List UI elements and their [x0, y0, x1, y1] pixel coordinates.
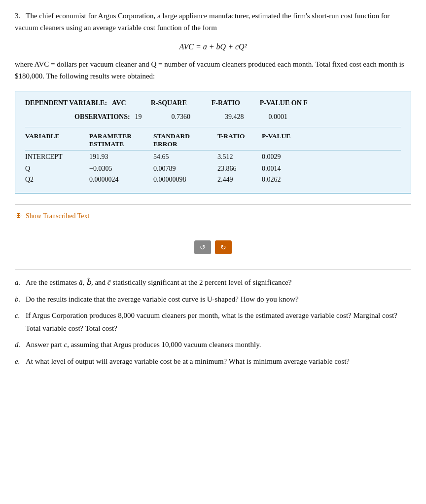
col-header-tratio: T-RATIO: [217, 132, 262, 148]
stats-table: DEPENDENT VARIABLE: AVC R-SQUARE F-RATIO…: [15, 91, 411, 194]
row-q2-param: 0.0000024: [89, 176, 153, 184]
col-header-stderr: STANDARD ERROR: [153, 132, 217, 148]
row-q2-tratio: 2.449: [217, 176, 262, 184]
eye-icon: 👁: [15, 212, 23, 221]
row-q2-pvalue: 0.0262: [262, 176, 306, 184]
row-q-variable: Q: [25, 165, 89, 173]
show-transcribed-label: Show Transcribed Text: [26, 212, 89, 220]
q-label-c: c.: [15, 310, 24, 335]
q-label-d: d.: [15, 339, 24, 351]
rsquare-value: 0.7360: [172, 113, 191, 121]
row-q2-variable: Q2: [25, 176, 89, 184]
undo-button[interactable]: ↺: [194, 240, 211, 254]
question-d: d. Answer part c, assuming that Argus pr…: [15, 339, 411, 351]
question-number: 3.: [15, 12, 20, 20]
row-q-param: −0.0305: [89, 165, 153, 173]
q-text-d: Answer part c, assuming that Argus produ…: [26, 339, 411, 351]
question-a: a. Are the estimates â, b̂, and ĉ statis…: [15, 276, 411, 289]
row-intercept-tratio: 3.512: [217, 153, 262, 161]
question-container: 3. The chief economist for Argus Corpora…: [15, 10, 411, 368]
row-q-tratio: 23.866: [217, 165, 262, 173]
question-text-intro: The chief economist for Argus Corporatio…: [15, 12, 390, 32]
col-header-variable: VARIABLE: [25, 132, 89, 148]
toolbar-buttons: ↺ ↻: [15, 240, 411, 254]
row-q2-stderr: 0.00000098: [153, 176, 217, 184]
col-header-pvalue: P-VALUE: [262, 132, 306, 148]
question-description: where AVC = dollars per vacuum cleaner a…: [15, 58, 411, 82]
row-q-stderr: 0.00789: [153, 165, 217, 173]
question-b: b. Do the results indicate that the aver…: [15, 293, 411, 306]
row-intercept-variable: INTERCEPT: [25, 153, 89, 161]
obs-label: OBSERVATIONS:: [74, 113, 130, 121]
q-text-e: At what level of output will average var…: [26, 355, 411, 368]
row-q-pvalue: 0.0014: [262, 165, 306, 173]
dep-var-value: AVC: [112, 99, 126, 107]
q-text-c: If Argus Corporation produces 8,000 vacu…: [26, 310, 411, 335]
question-intro: 3. The chief economist for Argus Corpora…: [15, 10, 411, 34]
table-row: INTERCEPT 191.93 54.65 3.512 0.0029: [25, 151, 401, 163]
q-label-b: b.: [15, 293, 24, 306]
q-text-a: Are the estimates â, b̂, and ĉ statistic…: [26, 276, 411, 289]
q-label-e: e.: [15, 355, 24, 368]
question-c: c. If Argus Corporation produces 8,000 v…: [15, 310, 411, 335]
row-intercept-pvalue: 0.0029: [262, 153, 306, 161]
fratio-label: F-RATIO: [212, 99, 240, 107]
dep-var-label: DEPENDENT VARIABLE:: [25, 99, 107, 107]
divider: [15, 204, 411, 205]
rsquare-label: R-SQUARE: [151, 99, 187, 107]
pvalue-on-f-value: 0.0001: [269, 113, 288, 121]
q-text-b: Do the results indicate that the average…: [26, 293, 411, 306]
table-row: Q2 0.0000024 0.00000098 2.449 0.0262: [25, 174, 401, 185]
row-intercept-stderr: 54.65: [153, 153, 217, 161]
obs-value: 19: [135, 113, 142, 121]
table-row: Q −0.0305 0.00789 23.866 0.0014: [25, 163, 401, 174]
questions-section: a. Are the estimates â, b̂, and ĉ statis…: [15, 276, 411, 368]
col-header-param: PARAMETER ESTIMATE: [89, 132, 153, 148]
divider2: [15, 269, 411, 270]
show-transcribed-link[interactable]: 👁 Show Transcribed Text: [15, 212, 411, 221]
question-e: e. At what level of output will average …: [15, 355, 411, 368]
q-label-a: a.: [15, 276, 24, 289]
row-intercept-param: 191.93: [89, 153, 153, 161]
pvalue-label: P-VALUE ON F: [260, 99, 308, 107]
fratio-value: 39.428: [225, 113, 244, 121]
redo-button[interactable]: ↻: [215, 240, 232, 254]
formula-display: AVC = a + bQ + cQ²: [15, 42, 411, 51]
